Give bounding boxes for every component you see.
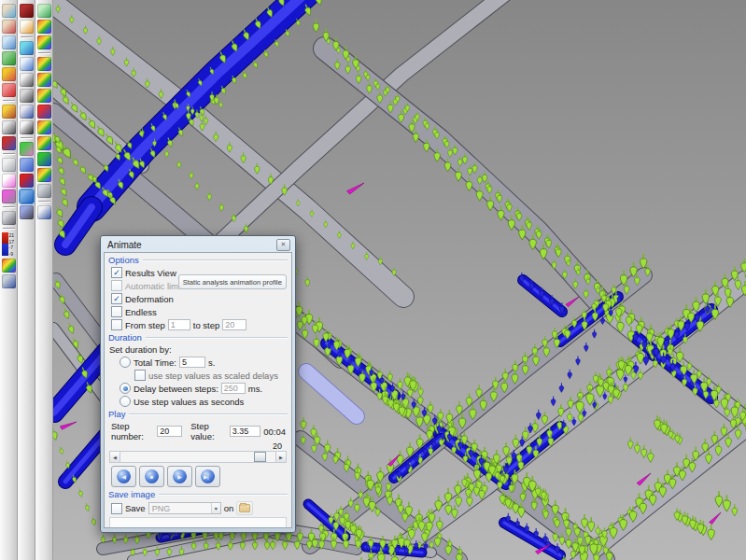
animation-profile-button[interactable]: Static analysis animation profile <box>178 274 287 289</box>
node-numbers-x-icon[interactable] <box>37 105 51 119</box>
recycle-icon[interactable] <box>2 51 16 65</box>
red-blue-corner-icon[interactable] <box>2 136 16 150</box>
step-back-button[interactable]: ◀ <box>111 466 136 487</box>
zoom-sparkle-icon[interactable] <box>2 4 16 18</box>
toolbar-separator <box>38 201 50 203</box>
step-number-value: 20 <box>157 426 182 437</box>
dialog-body: Options ✓ Results View Automatic limits … <box>104 252 292 528</box>
toolbar-separator <box>3 228 15 230</box>
to-step-label: to step <box>193 320 220 330</box>
slider-thumb[interactable] <box>254 452 266 462</box>
duration-section: Duration Set duration by: Total Time: 5 … <box>105 330 291 407</box>
stacked-bars-icon[interactable] <box>37 152 51 166</box>
stop-button[interactable]: ■ <box>139 466 164 487</box>
toolbar-column-3 <box>35 0 53 560</box>
play-stats-row: Step number: 20 Step value: 3.35 00:04 <box>111 421 286 441</box>
ruler-bars-icon[interactable] <box>37 35 51 49</box>
toolbar-column-2 <box>18 0 35 560</box>
rainbow-fan-icon[interactable] <box>37 20 51 34</box>
triangle-outline-icon[interactable] <box>2 158 16 172</box>
dialog-titlebar[interactable]: Animate ✕ <box>104 236 292 252</box>
scaled-delays-checkbox[interactable] <box>134 370 146 381</box>
toolbar-separator <box>3 206 15 208</box>
deformation-checkbox[interactable]: ✓ <box>111 293 122 304</box>
duration-header: Duration <box>108 332 288 343</box>
notepad-edit-icon[interactable] <box>20 20 34 34</box>
dots-arrows-icon[interactable] <box>20 158 34 172</box>
dialog-title: Animate <box>107 240 276 250</box>
rainbow-road-icon[interactable] <box>37 89 51 103</box>
from-step-checkbox[interactable] <box>111 319 122 330</box>
element-box-icon[interactable] <box>2 120 16 134</box>
light-lamp-icon[interactable] <box>2 105 16 119</box>
triangle-magenta-icon[interactable] <box>2 174 16 188</box>
set-duration-label: Set duration by: <box>109 344 291 355</box>
delay-label: Delay between steps: <box>134 384 218 394</box>
endless-checkbox[interactable] <box>111 306 122 317</box>
selection-dashed-box-icon[interactable] <box>20 57 34 71</box>
elapsed-time: 00:04 <box>263 427 286 437</box>
deformation-row: ✓ Deformation <box>111 293 291 304</box>
save-image-label: Save <box>125 503 146 513</box>
save-image-section: Save image Save PNG▾ on <box>105 487 291 528</box>
rainbow-drops-icon[interactable] <box>37 73 51 87</box>
scaled-delays-row: use step values as scaled delays <box>134 370 291 381</box>
measure-line-icon[interactable] <box>20 205 34 219</box>
step-seconds-row: Use step values as seconds <box>120 396 291 407</box>
zoom-red-icon[interactable] <box>2 20 16 34</box>
red-arrow-icon[interactable] <box>2 83 16 97</box>
animate-dialog: Animate ✕ Options ✓ Results View Automat… <box>100 235 296 533</box>
info-circle-icon[interactable] <box>20 189 34 203</box>
save-image-header: Save image <box>108 489 288 499</box>
slider-right-arrow-icon[interactable]: ▶ <box>275 452 286 462</box>
step-seconds-label: Use step values as seconds <box>134 397 244 407</box>
automatic-limits-checkbox[interactable] <box>111 280 122 291</box>
save-disk-icon[interactable] <box>2 274 16 288</box>
delay-input[interactable]: 250 <box>221 383 246 394</box>
image-format-combo[interactable]: PNG▾ <box>148 502 221 514</box>
results-view-label: Results View <box>125 268 176 278</box>
total-time-input[interactable]: 5 <box>179 357 205 368</box>
delay-radio[interactable] <box>120 383 131 394</box>
color-arrows-icon[interactable] <box>37 120 51 134</box>
step-slider[interactable]: ◀ ▶ <box>109 451 287 463</box>
scissors-icon[interactable] <box>2 211 16 225</box>
play-button[interactable]: ▶ <box>167 466 192 487</box>
wireframe-green-icon[interactable] <box>37 4 51 18</box>
slider-left-arrow-icon[interactable]: ◀ <box>110 452 120 462</box>
contour-legend-icon[interactable]: 2117-7-9 <box>2 232 16 257</box>
rainbow-curve-icon[interactable] <box>37 57 51 71</box>
histogram-colors-icon[interactable] <box>2 259 16 273</box>
diamond-3d-icon[interactable] <box>20 142 34 156</box>
sphere-dark-red-icon[interactable] <box>20 4 34 18</box>
endless-row: Endless <box>111 306 291 317</box>
dice-numbers-icon[interactable] <box>20 105 34 119</box>
combo-arrow-icon: ▾ <box>211 503 220 513</box>
delay-row: Delay between steps: 250 ms. <box>120 383 291 394</box>
from-step-label: From step <box>125 320 165 330</box>
close-icon[interactable]: ✕ <box>276 239 290 251</box>
bird-view-icon[interactable] <box>2 67 16 81</box>
zoom-window-icon[interactable] <box>2 35 16 49</box>
results-view-checkbox[interactable]: ✓ <box>111 267 122 278</box>
slider-track[interactable] <box>120 452 275 462</box>
skip-end-button[interactable]: ▶▏ <box>195 466 220 487</box>
endless-label: Endless <box>125 307 157 317</box>
save-image-checkbox[interactable] <box>111 503 122 514</box>
image-folder-button[interactable] <box>236 501 253 515</box>
xy-axes-icon[interactable] <box>20 120 34 134</box>
total-time-radio[interactable] <box>120 357 131 368</box>
list-lines-icon[interactable] <box>20 89 34 103</box>
step-seconds-radio[interactable] <box>120 396 131 407</box>
dimension-e-icon[interactable] <box>20 73 34 87</box>
triangle-cut-icon[interactable] <box>2 189 16 203</box>
image-path-input[interactable] <box>109 517 287 528</box>
book-blue-icon[interactable] <box>20 41 34 55</box>
to-step-input[interactable]: 20 <box>222 319 246 330</box>
xmax-xmin-icon[interactable] <box>20 174 34 188</box>
from-step-input[interactable]: 1 <box>168 319 190 330</box>
gray-dome-icon[interactable] <box>37 184 51 198</box>
rainbow-dome-icon[interactable] <box>37 168 51 182</box>
chart-curve-icon[interactable] <box>37 205 51 219</box>
rainbow-arc-icon[interactable] <box>37 136 51 150</box>
